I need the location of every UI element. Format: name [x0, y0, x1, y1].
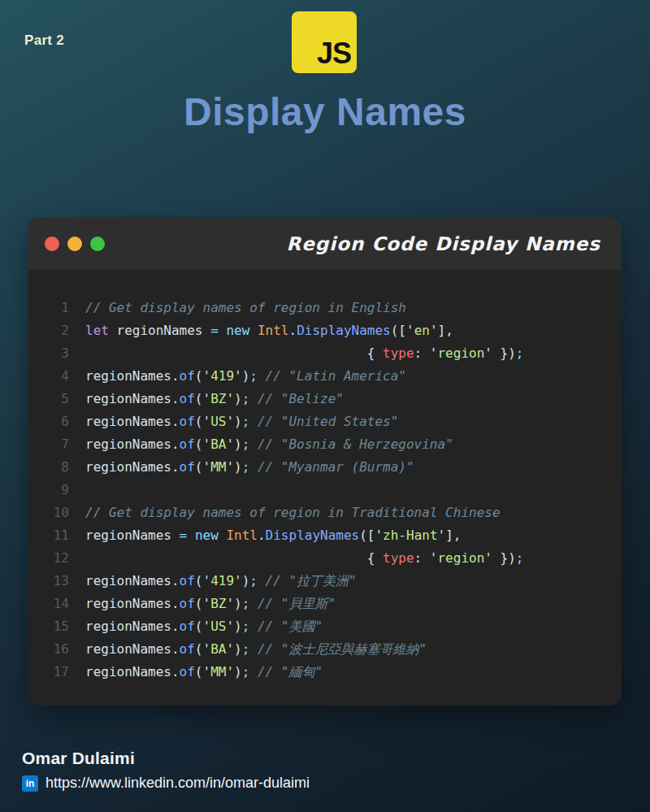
part-badge: Part 2 — [24, 33, 64, 49]
code-lines: 1// Get display names of region in Engli… — [28, 270, 622, 684]
code-line: 14regionNames.of('BZ'); // "貝里斯" — [28, 593, 613, 615]
code-line: 4regionNames.of('419'); // "Latin Americ… — [28, 365, 613, 388]
traffic-light-dots — [45, 237, 105, 251]
code-text: regionNames.of('BA'); // "Bosnia & Herze… — [69, 433, 453, 456]
code-text: { type: 'region' }); — [69, 547, 523, 570]
code-text: // Get display names of region in Englis… — [69, 297, 406, 319]
code-line: 16regionNames.of('BA'); // "波士尼亞與赫塞哥維納" — [28, 638, 613, 661]
linkedin-link[interactable]: in https://www.linkedin.com/in/omar-dula… — [22, 775, 310, 792]
line-number: 8 — [28, 456, 69, 479]
line-number: 15 — [28, 615, 69, 638]
code-text: regionNames.of('US'); // "美國" — [69, 615, 323, 638]
code-editor-window: Region Code Display Names 1// Get displa… — [28, 217, 622, 706]
javascript-logo: JS — [292, 11, 357, 73]
code-line: 15regionNames.of('US'); // "美國" — [28, 615, 613, 638]
line-number: 7 — [28, 433, 69, 456]
line-number: 6 — [28, 410, 69, 433]
code-text: let regionNames = new Intl.DisplayNames(… — [69, 319, 453, 342]
code-text: regionNames.of('BA'); // "波士尼亞與赫塞哥維納" — [69, 638, 427, 661]
code-line: 1// Get display names of region in Engli… — [28, 297, 613, 319]
code-text: regionNames = new Intl.DisplayNames(['zh… — [69, 524, 461, 547]
line-number: 5 — [28, 388, 69, 410]
code-text: regionNames.of('BZ'); // "Belize" — [69, 388, 344, 410]
code-line: 6regionNames.of('US'); // "United States… — [28, 410, 613, 433]
code-line: 7regionNames.of('BA'); // "Bosnia & Herz… — [28, 433, 613, 456]
line-number: 10 — [28, 502, 69, 524]
code-text: regionNames.of('419'); // "拉丁美洲" — [69, 570, 357, 593]
code-line: 3 { type: 'region' }); — [28, 342, 613, 365]
linkedin-url[interactable]: https://www.linkedin.com/in/omar-dulaimi — [46, 775, 310, 792]
window-titlebar: Region Code Display Names — [28, 217, 622, 270]
code-text: regionNames.of('419'); // "Latin America… — [69, 365, 406, 388]
line-number: 12 — [28, 547, 69, 570]
line-number: 3 — [28, 342, 69, 365]
code-text — [69, 479, 85, 502]
code-line: 8regionNames.of('MM'); // "Myanmar (Burm… — [28, 456, 613, 479]
code-line: 17regionNames.of('MM'); // "緬甸" — [28, 661, 613, 684]
code-text: // Get display names of region in Tradit… — [69, 502, 500, 524]
code-text: regionNames.of('MM'); // "Myanmar (Burma… — [69, 456, 414, 479]
line-number: 1 — [28, 297, 69, 319]
window-title: Region Code Display Names — [105, 233, 600, 254]
javascript-logo-text: JS — [317, 37, 351, 71]
minimize-dot-icon[interactable] — [67, 237, 82, 251]
code-text: { type: 'region' }); — [69, 342, 523, 365]
code-line: 2let regionNames = new Intl.DisplayNames… — [28, 319, 613, 342]
line-number: 4 — [28, 365, 69, 388]
linkedin-icon: in — [22, 775, 38, 792]
line-number: 2 — [28, 319, 69, 342]
close-dot-icon[interactable] — [45, 237, 59, 251]
line-number: 11 — [28, 524, 69, 547]
code-text: regionNames.of('MM'); // "緬甸" — [69, 661, 323, 684]
code-line: 12 { type: 'region' }); — [28, 547, 613, 570]
code-line: 13regionNames.of('419'); // "拉丁美洲" — [28, 570, 613, 593]
code-line: 5regionNames.of('BZ'); // "Belize" — [28, 388, 613, 410]
line-number: 13 — [28, 570, 69, 593]
code-line: 10// Get display names of region in Trad… — [28, 502, 613, 524]
code-text: regionNames.of('US'); // "United States" — [69, 410, 398, 433]
code-line: 9 — [28, 479, 613, 502]
line-number: 16 — [28, 638, 69, 661]
maximize-dot-icon[interactable] — [90, 237, 105, 251]
line-number: 17 — [28, 661, 69, 684]
author-name: Omar Dulaimi — [22, 749, 135, 768]
code-text: regionNames.of('BZ'); // "貝里斯" — [69, 593, 336, 615]
line-number: 9 — [28, 479, 69, 502]
line-number: 14 — [28, 593, 69, 615]
code-line: 11regionNames = new Intl.DisplayNames(['… — [28, 524, 613, 547]
page-title: Display Names — [0, 89, 650, 134]
